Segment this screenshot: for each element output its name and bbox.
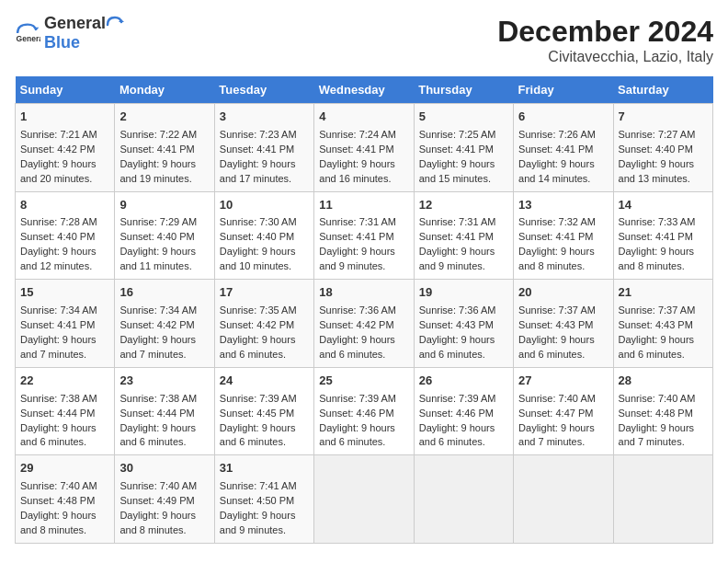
header-wednesday: Wednesday — [314, 76, 414, 104]
cell-info: Sunset: 4:41 PM — [319, 143, 408, 157]
day-number: 3 — [220, 109, 309, 126]
cell-info: Daylight: 9 hours and 8 minutes. — [20, 509, 109, 538]
cell-info: Sunset: 4:44 PM — [20, 407, 109, 421]
calendar-cell: 27Sunrise: 7:40 AMSunset: 4:47 PMDayligh… — [514, 367, 613, 455]
cell-info: Sunset: 4:47 PM — [518, 407, 608, 421]
day-number: 26 — [419, 373, 508, 390]
calendar-cell: 2Sunrise: 7:22 AMSunset: 4:41 PMDaylight… — [115, 104, 214, 192]
cell-info: Daylight: 9 hours and 9 minutes. — [220, 509, 309, 538]
cell-info: Sunrise: 7:40 AM — [518, 392, 608, 407]
cell-info: Sunrise: 7:23 AM — [220, 128, 309, 143]
cell-info: Sunset: 4:49 PM — [119, 494, 209, 509]
cell-info: Daylight: 9 hours and 9 minutes. — [319, 245, 408, 274]
day-number: 15 — [20, 284, 109, 302]
header-friday: Friday — [514, 76, 613, 104]
day-number: 24 — [220, 373, 309, 390]
cell-info: Daylight: 9 hours and 13 minutes. — [619, 157, 708, 187]
calendar-cell: 26Sunrise: 7:39 AMSunset: 4:46 PMDayligh… — [414, 367, 513, 455]
logo-text-blue: Blue — [44, 33, 80, 52]
cell-info: Daylight: 9 hours and 8 minutes. — [119, 509, 209, 538]
day-number: 5 — [419, 109, 508, 126]
calendar-cell: 13Sunrise: 7:32 AMSunset: 4:41 PMDayligh… — [514, 191, 613, 280]
cell-info: Daylight: 9 hours and 8 minutes. — [518, 245, 608, 274]
day-number: 14 — [619, 197, 708, 214]
calendar-week-row: 29Sunrise: 7:40 AMSunset: 4:48 PMDayligh… — [16, 455, 713, 544]
cell-info: Daylight: 9 hours and 10 minutes. — [220, 245, 309, 274]
calendar-cell: 12Sunrise: 7:31 AMSunset: 4:41 PMDayligh… — [414, 191, 513, 280]
cell-info: Sunset: 4:40 PM — [619, 143, 708, 157]
cell-info: Sunset: 4:50 PM — [220, 494, 309, 509]
cell-info: Daylight: 9 hours and 7 minutes. — [518, 421, 608, 451]
cell-info: Sunset: 4:43 PM — [419, 318, 508, 333]
day-number: 30 — [119, 460, 209, 477]
cell-info: Daylight: 9 hours and 6 minutes. — [119, 421, 209, 451]
cell-info: Daylight: 9 hours and 6 minutes. — [419, 333, 508, 362]
cell-info: Sunrise: 7:40 AM — [119, 479, 209, 494]
calendar-cell: 14Sunrise: 7:33 AMSunset: 4:41 PMDayligh… — [613, 191, 712, 280]
cell-info: Sunrise: 7:28 AM — [20, 215, 109, 230]
cell-info: Sunrise: 7:25 AM — [419, 128, 508, 143]
day-number: 25 — [319, 373, 408, 390]
logo-arrow-icon — [106, 16, 124, 34]
calendar-cell — [514, 455, 613, 544]
cell-info: Sunrise: 7:34 AM — [119, 304, 209, 318]
day-number: 1 — [20, 109, 109, 126]
calendar-cell: 9Sunrise: 7:29 AMSunset: 4:40 PMDaylight… — [115, 191, 214, 280]
calendar-cell: 16Sunrise: 7:34 AMSunset: 4:42 PMDayligh… — [115, 280, 214, 368]
day-number: 22 — [20, 373, 109, 390]
day-number: 27 — [518, 373, 608, 390]
page-header: General General Blue December 2024 Civit… — [15, 15, 713, 65]
day-number: 8 — [20, 197, 109, 214]
cell-info: Sunrise: 7:35 AM — [220, 304, 309, 318]
day-number: 31 — [220, 460, 309, 477]
day-number: 10 — [220, 197, 309, 214]
calendar-cell: 6Sunrise: 7:26 AMSunset: 4:41 PMDaylight… — [514, 104, 613, 192]
calendar-table: SundayMondayTuesdayWednesdayThursdayFrid… — [15, 76, 713, 544]
cell-info: Sunrise: 7:27 AM — [619, 128, 708, 143]
cell-info: Sunset: 4:41 PM — [119, 143, 209, 157]
day-number: 16 — [119, 284, 209, 302]
cell-info: Sunrise: 7:38 AM — [119, 392, 209, 407]
day-number: 18 — [319, 284, 408, 302]
calendar-cell: 5Sunrise: 7:25 AMSunset: 4:41 PMDaylight… — [414, 104, 513, 192]
cell-info: Sunrise: 7:32 AM — [518, 215, 608, 230]
title-block: December 2024 Civitavecchia, Lazio, Ital… — [497, 15, 713, 65]
cell-info: Daylight: 9 hours and 11 minutes. — [119, 245, 209, 274]
calendar-cell — [414, 455, 513, 544]
header-tuesday: Tuesday — [214, 76, 313, 104]
calendar-cell: 21Sunrise: 7:37 AMSunset: 4:43 PMDayligh… — [613, 280, 712, 368]
day-number: 11 — [319, 197, 408, 214]
cell-info: Sunset: 4:40 PM — [20, 230, 109, 245]
header-thursday: Thursday — [414, 76, 513, 104]
cell-info: Sunrise: 7:31 AM — [319, 215, 408, 230]
calendar-cell: 20Sunrise: 7:37 AMSunset: 4:43 PMDayligh… — [514, 280, 613, 368]
cell-info: Sunset: 4:46 PM — [319, 407, 408, 421]
calendar-cell: 30Sunrise: 7:40 AMSunset: 4:49 PMDayligh… — [115, 455, 214, 544]
cell-info: Daylight: 9 hours and 7 minutes. — [119, 333, 209, 362]
cell-info: Sunset: 4:40 PM — [220, 230, 309, 245]
calendar-week-row: 8Sunrise: 7:28 AMSunset: 4:40 PMDaylight… — [16, 191, 713, 280]
cell-info: Daylight: 9 hours and 6 minutes. — [220, 421, 309, 451]
header-saturday: Saturday — [613, 76, 712, 104]
calendar-cell — [613, 455, 712, 544]
calendar-cell: 24Sunrise: 7:39 AMSunset: 4:45 PMDayligh… — [214, 367, 313, 455]
cell-info: Sunset: 4:42 PM — [119, 318, 209, 333]
cell-info: Daylight: 9 hours and 6 minutes. — [619, 333, 708, 362]
cell-info: Sunrise: 7:33 AM — [619, 215, 708, 230]
cell-info: Daylight: 9 hours and 6 minutes. — [319, 333, 408, 362]
day-number: 20 — [518, 284, 608, 302]
cell-info: Sunset: 4:43 PM — [518, 318, 608, 333]
day-number: 28 — [619, 373, 708, 390]
cell-info: Sunrise: 7:24 AM — [319, 128, 408, 143]
day-number: 9 — [119, 197, 209, 214]
cell-info: Daylight: 9 hours and 19 minutes. — [119, 157, 209, 187]
day-number: 6 — [518, 109, 608, 126]
cell-info: Sunset: 4:41 PM — [518, 143, 608, 157]
calendar-week-row: 22Sunrise: 7:38 AMSunset: 4:44 PMDayligh… — [16, 367, 713, 455]
calendar-cell: 19Sunrise: 7:36 AMSunset: 4:43 PMDayligh… — [414, 280, 513, 368]
cell-info: Daylight: 9 hours and 7 minutes. — [20, 333, 109, 362]
day-number: 17 — [220, 284, 309, 302]
calendar-cell: 25Sunrise: 7:39 AMSunset: 4:46 PMDayligh… — [314, 367, 414, 455]
cell-info: Sunset: 4:48 PM — [619, 407, 708, 421]
svg-text:General: General — [17, 35, 40, 44]
